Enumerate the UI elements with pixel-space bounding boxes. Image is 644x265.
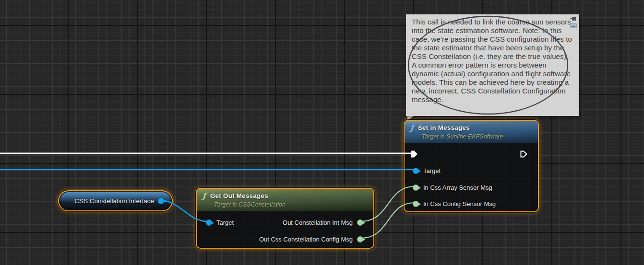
struct-output-pin[interactable] xyxy=(357,219,363,226)
comment-paragraph: A common error pattern is errors between… xyxy=(412,61,573,104)
function-icon: ƒ xyxy=(410,123,414,132)
object-output-pin[interactable] xyxy=(158,198,164,204)
struct-output-pin[interactable] xyxy=(357,236,363,242)
struct-input-pin[interactable] xyxy=(413,201,419,207)
pin-label: Target xyxy=(423,167,441,174)
node-subtitle: Target is Sunline EKFSoftware xyxy=(422,133,533,140)
node-label: CSS Constellation Interface xyxy=(74,197,154,205)
comment-bubble[interactable]: This call is needed to link the coarse s… xyxy=(406,14,579,116)
function-icon: ƒ xyxy=(203,191,206,200)
comment-paragraph: This call is needed to link the coarse s… xyxy=(412,18,573,61)
node-title: Set in Messages xyxy=(418,124,470,131)
struct-input-pin[interactable] xyxy=(413,184,419,191)
comment-text: This call is needed to link the coarse s… xyxy=(412,18,573,104)
target-input-pin[interactable] xyxy=(206,219,212,226)
node-get-out-messages[interactable]: ƒ Get Out Messages Target is CSSConstell… xyxy=(196,188,374,249)
pin-label: In Css Config Sensor Msg xyxy=(423,200,496,207)
pin-icon[interactable] xyxy=(570,16,577,21)
exec-output-pin[interactable] xyxy=(520,150,528,160)
pin-label: Target xyxy=(216,219,234,226)
node-subtitle: Target is CSSConstellation xyxy=(214,201,369,208)
node-header[interactable]: ƒ Get Out Messages Target is CSSConstell… xyxy=(197,189,373,211)
exec-input-pin[interactable] xyxy=(410,150,418,160)
pin-label: Out Constellation Int Msg xyxy=(283,219,353,226)
node-title: Get Out Messages xyxy=(210,192,268,199)
comment-bubble-icon[interactable] xyxy=(570,23,577,28)
pin-label: Out Css Constellation Config Msg xyxy=(259,236,353,243)
node-header[interactable]: ƒ Set in Messages Target is Sunline EKFS… xyxy=(405,121,538,143)
node-set-in-messages[interactable]: ƒ Set in Messages Target is Sunline EKFS… xyxy=(404,120,539,212)
node-css-constellation-interface[interactable]: CSS Constellation Interface xyxy=(58,190,173,211)
target-input-pin[interactable] xyxy=(413,168,419,174)
pin-label: In Css Array Sensor Msg xyxy=(423,184,492,191)
blueprint-graph-canvas[interactable]: This call is needed to link the coarse s… xyxy=(0,0,644,265)
